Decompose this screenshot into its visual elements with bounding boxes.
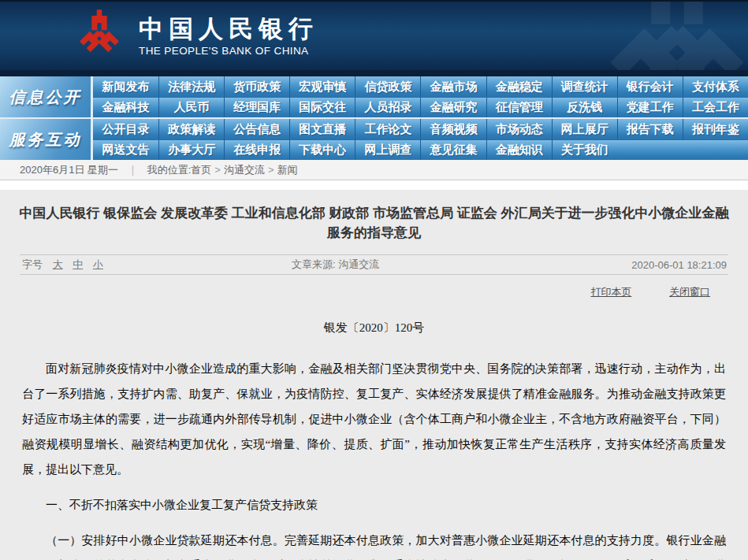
article-body: 面对新冠肺炎疫情对中小微企业造成的重大影响，金融及相关部门坚决贯彻党中央、国务院… (0, 336, 748, 560)
nav-item[interactable]: 公告信息 (233, 122, 281, 137)
nav-cell: 政策解读 (158, 119, 224, 139)
nav-cell: 报刊年鉴 (683, 119, 748, 139)
breadcrumb: 2020年6月1日 星期一 ｜ 我的位置: 首页>沟通交流>新闻 (0, 160, 748, 180)
main-nav: 信息公开 新闻发布法律法规货币政策宏观审慎信贷政策金融市场金融稳定调查统计银行会… (0, 76, 748, 160)
nav-cell: 征信管理 (486, 97, 552, 117)
nav-item[interactable]: 国际交往 (299, 100, 346, 115)
nav-cell: 报告下载 (617, 119, 683, 139)
nav-top-strip (0, 70, 748, 76)
print-page-link[interactable]: 打印本页 (590, 286, 631, 298)
nav-item[interactable]: 网上调查 (364, 143, 411, 158)
nav-item[interactable]: 政策解读 (168, 122, 215, 137)
nav-item[interactable]: 网上展厅 (561, 122, 608, 137)
nav-item[interactable]: 反洗钱 (567, 100, 602, 115)
nav-cell: 在线申报 (224, 139, 289, 160)
nav-cell: 新闻发布 (93, 76, 158, 97)
nav-item[interactable]: 意见征集 (430, 143, 478, 158)
nav-item[interactable]: 征信管理 (496, 100, 543, 115)
nav-cell: 反洗钱 (552, 97, 617, 117)
nav-item[interactable]: 宏观审慎 (299, 80, 346, 95)
nav-item[interactable]: 下载中心 (299, 143, 346, 158)
nav-item[interactable]: 金融研究 (430, 100, 478, 115)
nav-item[interactable]: 图文直播 (299, 122, 346, 137)
nav-item[interactable]: 党建工作 (627, 100, 674, 115)
nav-item[interactable]: 支付体系 (692, 80, 739, 95)
nav-cell: 网送文告 (93, 139, 158, 160)
nav-cell: 公告信息 (224, 119, 289, 139)
nav-item[interactable]: 新闻发布 (102, 80, 150, 95)
watermark-emblem-icon (586, 0, 748, 70)
nav-item[interactable]: 在线申报 (233, 143, 281, 158)
article-title: 中国人民银行 银保监会 发展改革委 工业和信息化部 财政部 市场监管总局 证监会… (17, 203, 731, 243)
nav-item[interactable]: 工作论文 (364, 122, 411, 137)
nav-cell: 调查统计 (552, 76, 617, 97)
nav-item[interactable]: 金融科技 (102, 100, 150, 115)
nav-item[interactable]: 公开目录 (102, 122, 150, 137)
font-size-small-link[interactable]: 小 (93, 258, 103, 270)
breadcrumb-item[interactable]: 沟通交流 (224, 164, 265, 176)
article-paragraph: 面对新冠肺炎疫情对中小微企业造成的重大影响，金融及相关部门坚决贯彻党中央、国务院… (22, 356, 726, 482)
nav-item[interactable]: 市场动态 (496, 122, 543, 137)
nav-cell: 意见征集 (420, 139, 486, 160)
article-timestamp: 2020-06-01 18:21:09 (631, 259, 727, 271)
pboc-logo-icon (73, 9, 126, 63)
nav-item[interactable]: 法律法规 (168, 80, 215, 95)
nav-item[interactable]: 金融市场 (430, 80, 478, 95)
nav-item[interactable]: 金融稳定 (496, 80, 543, 95)
nav-cell: 金融市场 (420, 76, 486, 97)
nav-cell: 信贷政策 (355, 76, 420, 97)
nav-item[interactable]: 网送文告 (102, 143, 150, 158)
nav-item[interactable]: 经理国库 (233, 100, 281, 115)
nav-item[interactable]: 音频视频 (430, 122, 478, 137)
logo-block[interactable]: 中国人民银行 THE PEOPLE'S BANK OF CHINA (73, 9, 318, 63)
font-size-label: 字号 (22, 258, 43, 270)
content-top-gap (0, 180, 748, 190)
nav-cell: 金融科技 (93, 97, 158, 117)
nav-cell: 银行会计 (617, 76, 683, 97)
nav-item[interactable]: 报告下载 (627, 122, 674, 137)
font-size-medium-link[interactable]: 中 (73, 258, 83, 270)
nav-item[interactable]: 人民币 (174, 100, 210, 115)
nav-item[interactable]: 银行会计 (627, 80, 674, 95)
nav-item[interactable]: 关于我们 (561, 143, 608, 158)
nav-cell: 音频视频 (420, 119, 486, 139)
nav-cell: 法律法规 (158, 76, 224, 97)
nav-item[interactable]: 人员招录 (364, 100, 411, 115)
nav-item[interactable]: 报刊年鉴 (692, 122, 739, 137)
nav-item[interactable]: 信贷政策 (364, 80, 411, 95)
bank-name-cn: 中国人民银行 (139, 16, 318, 43)
font-size-controls: 字号 大 中 小 (20, 258, 103, 272)
nav-cell-empty (683, 139, 748, 160)
nav-cell: 网上展厅 (552, 119, 617, 139)
breadcrumb-path: 首页>沟通交流>新闻 (191, 163, 297, 177)
close-window-link[interactable]: 关闭窗口 (669, 286, 710, 298)
nav-cell: 经理国库 (224, 97, 289, 117)
doc-number: 银发〔2020〕120号 (0, 321, 748, 336)
breadcrumb-item[interactable]: 新闻 (277, 164, 298, 176)
breadcrumb-separator: > (268, 164, 274, 176)
nav-cell: 货币政策 (224, 76, 289, 97)
nav-menu-grid-info: 新闻发布法律法规货币政策宏观审慎信贷政策金融市场金融稳定调查统计银行会计支付体系… (93, 76, 748, 117)
font-size-large-link[interactable]: 大 (53, 258, 63, 270)
nav-cell: 人民币 (158, 97, 224, 117)
nav-cell: 党建工作 (617, 97, 683, 117)
date-text: 2020年6月1日 星期一 (20, 163, 118, 177)
nav-item[interactable]: 金融知识 (496, 143, 543, 158)
nav-item[interactable]: 工会工作 (692, 100, 739, 115)
article: 中国人民银行 银保监会 发展改革委 工业和信息化部 财政部 市场监管总局 证监会… (0, 190, 748, 560)
nav-cell: 网上调查 (355, 139, 420, 160)
article-paragraph: （一）安排好中小微企业贷款延期还本付息。完善延期还本付息政策，加大对普惠小微企业… (22, 528, 726, 560)
breadcrumb-location-prefix: 我的位置: (147, 163, 192, 177)
nav-item[interactable]: 货币政策 (233, 80, 281, 95)
nav-cell: 市场动态 (486, 119, 552, 139)
nav-item[interactable]: 办事大厅 (168, 143, 215, 158)
nav-cell: 图文直播 (289, 119, 355, 139)
bank-name-en: THE PEOPLE'S BANK OF CHINA (139, 45, 318, 57)
breadcrumb-item[interactable]: 首页 (191, 164, 211, 176)
nav-cell: 人员招录 (355, 97, 420, 117)
page: 中国人民银行 THE PEOPLE'S BANK OF CHINA 信息公开 新… (0, 0, 748, 560)
nav-section-label-services[interactable]: 服务互动 (0, 119, 91, 160)
nav-section-label-info-disclosure[interactable]: 信息公开 (0, 76, 91, 117)
nav-item[interactable]: 调查统计 (561, 80, 608, 95)
nav-section-info-disclosure: 信息公开 新闻发布法律法规货币政策宏观审慎信贷政策金融市场金融稳定调查统计银行会… (0, 76, 748, 117)
